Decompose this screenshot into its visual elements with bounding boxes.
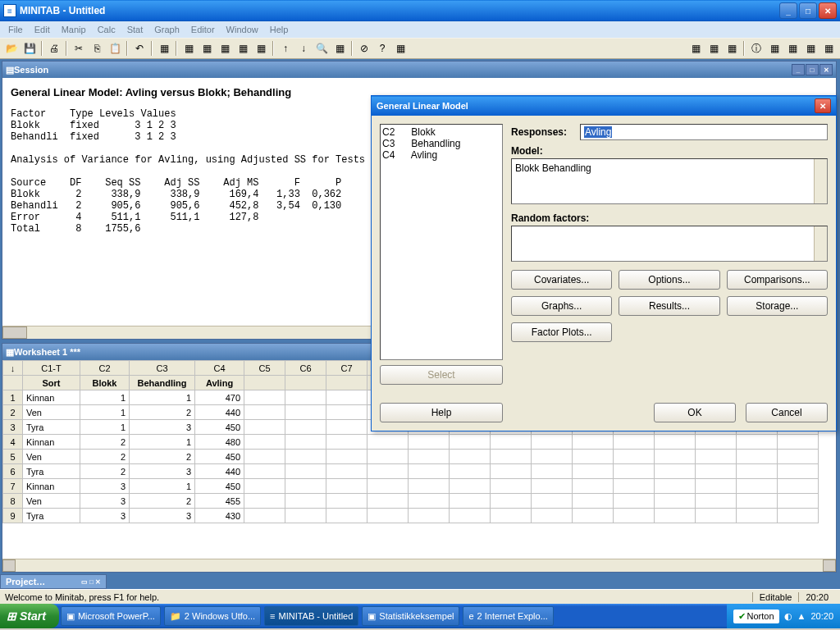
dialog-titlebar[interactable]: General Linear Model ✕ xyxy=(372,96,836,116)
cell[interactable] xyxy=(285,509,326,523)
row-header[interactable]: 6 xyxy=(3,464,23,479)
cell[interactable] xyxy=(696,509,737,523)
model-input[interactable]: Blokk Behandling xyxy=(511,158,828,204)
cell[interactable] xyxy=(655,435,696,450)
undo-icon[interactable]: ↶ xyxy=(131,40,148,57)
random-input[interactable] xyxy=(511,226,828,262)
cell[interactable] xyxy=(409,435,450,450)
cell[interactable]: Tyra xyxy=(23,464,80,479)
cell[interactable]: Ven xyxy=(23,450,80,464)
row-header[interactable]: 5 xyxy=(3,450,23,464)
row-header[interactable]: 3 xyxy=(3,420,23,435)
cell[interactable] xyxy=(778,450,819,464)
project-window-minimized[interactable]: Project… ▭ □ ✕ xyxy=(0,574,107,589)
cell[interactable]: 3 xyxy=(130,420,195,435)
cell[interactable] xyxy=(326,509,368,523)
column-header[interactable]: C5 xyxy=(244,361,285,376)
cell[interactable]: 1 xyxy=(80,420,130,435)
cell[interactable] xyxy=(285,464,326,479)
cell[interactable] xyxy=(409,464,450,479)
cell[interactable] xyxy=(326,479,368,494)
cell[interactable]: 3 xyxy=(80,494,130,509)
menu-help[interactable]: Help xyxy=(265,23,294,36)
tool-icon[interactable]: ▦ xyxy=(199,40,215,57)
cell[interactable]: 1 xyxy=(130,435,195,450)
cell[interactable]: Ven xyxy=(23,405,80,420)
row-header[interactable]: 7 xyxy=(3,479,23,494)
cell[interactable] xyxy=(285,450,326,464)
cell[interactable] xyxy=(491,494,532,509)
cell[interactable] xyxy=(532,479,573,494)
cell[interactable] xyxy=(326,405,368,420)
column-header[interactable]: C2 xyxy=(80,361,130,376)
cell[interactable] xyxy=(450,450,491,464)
cell[interactable] xyxy=(285,390,326,405)
cell[interactable] xyxy=(368,479,409,494)
start-button[interactable]: ⊞ Start xyxy=(0,604,59,628)
cell[interactable] xyxy=(285,494,326,509)
cell[interactable]: 440 xyxy=(195,464,244,479)
cell[interactable] xyxy=(696,450,737,464)
cell[interactable] xyxy=(778,509,819,523)
cell[interactable]: 430 xyxy=(195,509,244,523)
cell[interactable]: Ven xyxy=(23,494,80,509)
tool-icon[interactable]: ▦ xyxy=(802,40,819,57)
copy-icon[interactable]: ⎘ xyxy=(89,40,105,57)
find-icon[interactable]: 🔍 xyxy=(313,40,330,57)
cell[interactable] xyxy=(614,464,655,479)
tool-icon[interactable]: ▦ xyxy=(331,40,348,57)
tool-icon[interactable]: ▦ xyxy=(724,40,740,57)
cell[interactable] xyxy=(778,494,819,509)
task-item-active[interactable]: ≡MINITAB - Untitled xyxy=(264,606,358,626)
row-header[interactable]: 1 xyxy=(3,390,23,405)
help-button[interactable]: Help xyxy=(380,403,503,422)
cell[interactable] xyxy=(655,479,696,494)
cell[interactable] xyxy=(778,435,819,450)
cell[interactable] xyxy=(285,405,326,420)
stop-icon[interactable]: ⊘ xyxy=(356,40,372,57)
tool-icon[interactable]: ▦ xyxy=(784,40,801,57)
cell[interactable] xyxy=(491,479,532,494)
cell[interactable] xyxy=(737,479,778,494)
menu-manip[interactable]: Manip xyxy=(57,23,91,36)
menu-editor[interactable]: Editor xyxy=(186,23,220,36)
cell[interactable]: 440 xyxy=(195,405,244,420)
cell[interactable] xyxy=(778,479,819,494)
info-icon[interactable]: ⓘ xyxy=(748,40,765,57)
cell[interactable] xyxy=(491,450,532,464)
cell[interactable] xyxy=(778,464,819,479)
cell[interactable] xyxy=(409,479,450,494)
cell[interactable] xyxy=(532,435,573,450)
row-header[interactable]: 9 xyxy=(3,509,23,523)
arrow-up-icon[interactable]: ↑ xyxy=(277,40,294,57)
column-name[interactable]: Blokk xyxy=(80,376,130,390)
cell[interactable] xyxy=(326,420,368,435)
cell[interactable] xyxy=(532,450,573,464)
print-icon[interactable]: 🖨 xyxy=(46,40,62,57)
cell[interactable] xyxy=(285,420,326,435)
tool-icon[interactable]: ▦ xyxy=(392,40,409,57)
cell[interactable] xyxy=(409,450,450,464)
tool-icon[interactable]: ▦ xyxy=(217,40,233,57)
cell[interactable]: 450 xyxy=(195,420,244,435)
menu-calc[interactable]: Calc xyxy=(93,23,121,36)
maximize-button[interactable]: □ xyxy=(799,2,817,19)
cell[interactable] xyxy=(450,509,491,523)
cell[interactable] xyxy=(368,509,409,523)
arrow-down-icon[interactable]: ↓ xyxy=(295,40,312,57)
cell[interactable] xyxy=(491,464,532,479)
cell[interactable] xyxy=(573,464,614,479)
cell[interactable]: 470 xyxy=(195,390,244,405)
close-button[interactable]: ✕ xyxy=(819,2,837,19)
cell[interactable] xyxy=(737,450,778,464)
cell[interactable]: 2 xyxy=(130,405,195,420)
cell[interactable] xyxy=(737,464,778,479)
cell[interactable]: Kinnan xyxy=(23,390,80,405)
cell[interactable] xyxy=(614,450,655,464)
paste-icon[interactable]: 📋 xyxy=(107,40,123,57)
cell[interactable] xyxy=(368,464,409,479)
row-header[interactable]: 8 xyxy=(3,494,23,509)
cell[interactable] xyxy=(573,494,614,509)
cell[interactable] xyxy=(409,494,450,509)
cell[interactable] xyxy=(614,435,655,450)
